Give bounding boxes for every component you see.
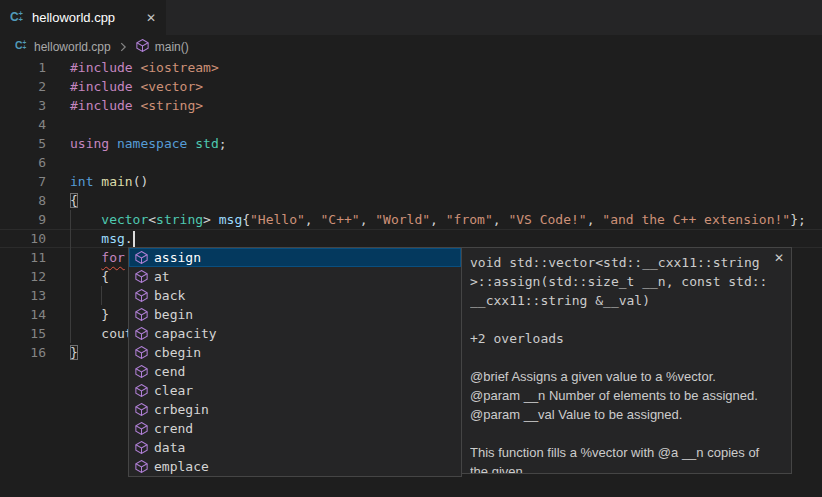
code-token: msg (219, 212, 242, 227)
breadcrumb-file[interactable]: helloworld.cpp (34, 40, 111, 54)
suggest-item-cbegin[interactable]: cbegin (129, 343, 461, 362)
symbol-method-icon (134, 269, 149, 284)
code-token: , (360, 212, 376, 227)
suggest-item-label: cend (154, 364, 185, 379)
code-token: std (195, 136, 218, 151)
code-token (70, 212, 101, 227)
suggest-item-emplace[interactable]: emplace (129, 457, 461, 476)
symbol-method-icon (134, 345, 149, 360)
code-token: , (430, 212, 446, 227)
vscode-window: { "tab": { "label": "helloworld.cpp", "c… (0, 0, 822, 497)
code-line[interactable]: 2#include <vector> (0, 77, 822, 96)
symbol-method-icon (134, 421, 149, 436)
line-number: 5 (0, 134, 46, 153)
code-token: <iostream> (140, 60, 218, 75)
close-icon[interactable]: ✕ (774, 251, 784, 265)
line-number: 8 (0, 191, 46, 210)
suggest-item-data[interactable]: data (129, 438, 461, 457)
code-token: #include (70, 98, 133, 113)
code-text: cout (70, 324, 133, 343)
code-text: for (70, 248, 125, 267)
symbol-method-icon (134, 383, 149, 398)
code-line[interactable]: 3#include <string> (0, 96, 822, 115)
docs-line: This function fills a %vector with @a __… (470, 443, 783, 462)
line-number: 16 (0, 343, 46, 362)
code-text: #include <vector> (70, 77, 203, 96)
code-line[interactable]: 1#include <iostream> (0, 58, 822, 77)
code-line[interactable]: 6 (0, 153, 822, 172)
suggest-item-begin[interactable]: begin (129, 305, 461, 324)
docs-line: void std::vector<std::__cxx11::string (470, 253, 783, 272)
code-token: , (305, 212, 321, 227)
chevron-right-icon (116, 40, 130, 54)
suggest-item-label: emplace (154, 459, 209, 474)
code-line[interactable]: 4 (0, 115, 822, 134)
suggest-item-crend[interactable]: crend (129, 419, 461, 438)
line-number: 14 (0, 305, 46, 324)
code-token: { (70, 193, 78, 208)
code-token: "World" (375, 212, 430, 227)
code-token: > (203, 212, 219, 227)
code-line[interactable]: 10 msg. (0, 229, 822, 248)
code-line[interactable]: 8{ (0, 191, 822, 210)
suggest-item-label: begin (154, 307, 193, 322)
code-token: { (242, 212, 250, 227)
code-token: } (70, 345, 78, 360)
code-token: main (101, 174, 132, 189)
code-text: { (70, 191, 78, 210)
code-token: "C++" (321, 212, 360, 227)
symbol-method-icon (134, 307, 149, 322)
code-token: msg (101, 231, 124, 246)
suggest-item-cend[interactable]: cend (129, 362, 461, 381)
line-number: 3 (0, 96, 46, 115)
suggest-item-clear[interactable]: clear (129, 381, 461, 400)
suggest-item-assign[interactable]: assign (129, 248, 461, 267)
tab-helloworld-cpp[interactable]: C++ helloworld.cpp ✕ (0, 0, 166, 35)
code-token (70, 250, 101, 265)
line-number: 4 (0, 115, 46, 134)
suggest-item-capacity[interactable]: capacity (129, 324, 461, 343)
line-number: 13 (0, 286, 46, 305)
code-token: namespace (117, 136, 187, 151)
suggest-item-at[interactable]: at (129, 267, 461, 286)
code-token: ; (219, 136, 227, 151)
symbol-method-icon (134, 250, 149, 265)
suggest-item-label: cbegin (154, 345, 201, 360)
suggest-item-back[interactable]: back (129, 286, 461, 305)
suggest-list: assignatbackbegincapacitycbegincendclear… (128, 247, 462, 477)
suggest-item-label: crend (154, 421, 193, 436)
suggest-item-label: capacity (154, 326, 217, 341)
docs-line (470, 310, 783, 329)
code-line[interactable]: 5using namespace std; (0, 134, 822, 153)
docs-line: +2 overloads (470, 329, 783, 348)
code-text: msg. (70, 229, 135, 248)
suggest-widget: assignatbackbegincapacitycbegincendclear… (128, 247, 792, 477)
docs-line: @param __val Value to be assigned. (470, 405, 783, 424)
symbol-method-icon (134, 459, 149, 474)
line-number: 15 (0, 324, 46, 343)
suggest-docs-panel: ✕ void std::vector<std::__cxx11::string>… (461, 247, 792, 474)
code-line[interactable]: 7int main() (0, 172, 822, 191)
docs-line: @param __n Number of elements to be assi… (470, 386, 783, 405)
code-token: "Hello" (250, 212, 305, 227)
symbol-method-icon (135, 38, 150, 56)
code-token: using (70, 136, 109, 151)
code-token: < (148, 212, 156, 227)
text-cursor (133, 231, 135, 247)
suggest-item-crbegin[interactable]: crbegin (129, 400, 461, 419)
code-text: int main() (70, 172, 148, 191)
breadcrumb: C++ helloworld.cpp main() (0, 35, 822, 58)
breadcrumb-symbol[interactable]: main() (155, 40, 189, 54)
indent-guide (70, 210, 71, 343)
code-text: #include <string> (70, 96, 203, 115)
code-text: } (70, 305, 109, 324)
tab-close-icon[interactable]: ✕ (144, 11, 158, 25)
code-text: } (70, 343, 78, 362)
code-token: . (125, 231, 133, 246)
code-line[interactable]: 9 vector<string> msg{"Hello", "C++", "Wo… (0, 210, 822, 229)
suggest-item-label: assign (154, 250, 201, 265)
symbol-method-icon (134, 402, 149, 417)
code-text: { (70, 267, 109, 286)
docs-line: the given (470, 462, 783, 474)
docs-line: __cxx11::string &__val) (470, 291, 783, 310)
